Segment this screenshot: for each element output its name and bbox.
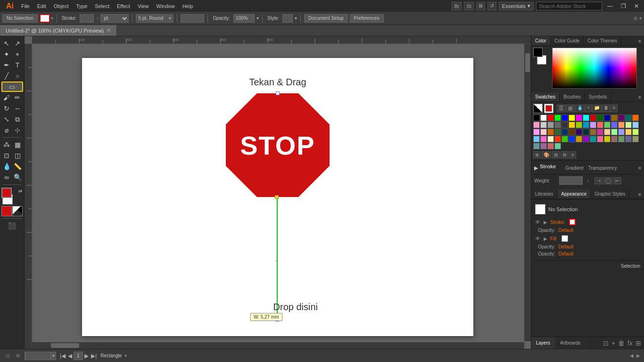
- stock-icon[interactable]: St: [464, 2, 473, 10]
- canvas-options-icon[interactable]: ≡: [634, 15, 637, 22]
- gradient-tab[interactable]: Gradient: [565, 165, 583, 171]
- shape-tool[interactable]: ○: [12, 71, 23, 81]
- swatch-item[interactable]: [632, 122, 639, 128]
- swatch-item[interactable]: [554, 136, 561, 142]
- tab-brushes[interactable]: Brushes: [560, 92, 585, 101]
- swatch-item[interactable]: [590, 122, 596, 128]
- swatch-item[interactable]: [604, 115, 611, 121]
- swatch-item[interactable]: [618, 136, 625, 142]
- reflect-tool[interactable]: ↔: [12, 103, 23, 114]
- swatch-item[interactable]: [540, 115, 547, 121]
- swatch-item[interactable]: [611, 136, 618, 142]
- stroke-width-input[interactable]: [80, 14, 94, 23]
- swatch-add-icon[interactable]: +: [585, 105, 592, 112]
- swatch-item[interactable]: [547, 143, 554, 149]
- swatch-item[interactable]: [597, 136, 603, 142]
- stroke-stepper-up[interactable]: ↑: [96, 15, 99, 22]
- swatch-item[interactable]: [611, 129, 618, 135]
- swatch-item[interactable]: [583, 122, 589, 128]
- swatch-item[interactable]: [569, 136, 575, 142]
- swatch-item[interactable]: [533, 136, 540, 142]
- none-mode-btn[interactable]: [12, 206, 23, 216]
- shear-tool[interactable]: ⧉: [12, 114, 23, 124]
- eraser-tool[interactable]: ◫: [12, 150, 23, 161]
- swatch-item[interactable]: [576, 136, 582, 142]
- fill-visibility-icon[interactable]: 👁: [535, 236, 542, 241]
- arrange-icon[interactable]: ▾: [639, 16, 642, 21]
- new-color-swatch-icon[interactable]: ⊞: [552, 151, 560, 158]
- menu-type[interactable]: Type: [73, 0, 91, 12]
- swatch-item[interactable]: [554, 115, 561, 121]
- swatch-eyedrop-icon[interactable]: 💧: [575, 105, 585, 112]
- color-gradient-canvas[interactable]: [552, 48, 637, 89]
- document-setup-button[interactable]: Document Setup: [304, 14, 348, 23]
- slice-tool[interactable]: ⊡: [1, 150, 12, 161]
- swatch-item[interactable]: [597, 115, 603, 121]
- free-transform-tool[interactable]: ⊹: [12, 125, 23, 135]
- swatch-item[interactable]: [590, 136, 596, 142]
- swatch-item[interactable]: [583, 136, 589, 142]
- swatch-item[interactable]: [554, 129, 561, 135]
- paintbrush-tool[interactable]: 🖌: [1, 92, 12, 103]
- menu-file[interactable]: File: [17, 0, 33, 12]
- variable-width-profile[interactable]: [181, 14, 204, 23]
- white-swatch[interactable]: [544, 104, 553, 113]
- tab-close-button[interactable]: ✕: [107, 27, 111, 33]
- scale-tool[interactable]: ⤡: [1, 114, 12, 124]
- stroke-collapse-arrow[interactable]: ▶: [534, 165, 538, 171]
- type-tool[interactable]: T: [12, 60, 23, 70]
- zoom-tool[interactable]: 🔍: [12, 172, 23, 182]
- lasso-tool[interactable]: ⌖: [12, 49, 23, 59]
- swatch-menu-icon[interactable]: ≡: [611, 105, 618, 112]
- symbol-spray-tool[interactable]: ⁂: [1, 140, 12, 150]
- menu-object[interactable]: Object: [50, 0, 73, 12]
- preferences-button[interactable]: Preferences: [350, 14, 384, 23]
- tab-color[interactable]: Color: [531, 36, 551, 45]
- swatch-item[interactable]: [590, 115, 596, 121]
- v-scroll-thumb[interactable]: [525, 53, 530, 72]
- swatch-item[interactable]: [604, 122, 611, 128]
- swatch-item[interactable]: [533, 143, 540, 149]
- opacity-arrow-icon[interactable]: ▾: [256, 16, 259, 21]
- eyedropper-tool[interactable]: 💧: [1, 161, 12, 172]
- page-input[interactable]: [74, 352, 83, 360]
- canvas-scroll-area[interactable]: Tekan & Drag STOP ×: [32, 44, 523, 341]
- selection-handle-top[interactable]: [276, 91, 280, 95]
- column-graph-tool[interactable]: ▦: [12, 140, 23, 150]
- menu-help[interactable]: Help: [179, 0, 197, 12]
- swatch-item[interactable]: [554, 122, 561, 128]
- menu-window[interactable]: Window: [153, 0, 179, 12]
- swatch-item[interactable]: [540, 129, 547, 135]
- magic-wand-tool[interactable]: ✦: [1, 49, 12, 59]
- maximize-button[interactable]: ❐: [618, 3, 629, 9]
- stroke-expand-icon[interactable]: ▶: [544, 220, 548, 225]
- color-panel-collapse[interactable]: ≡: [636, 37, 644, 45]
- swatch-item[interactable]: [604, 129, 611, 135]
- round-cap-icon[interactable]: ◯: [603, 177, 612, 184]
- swatch-settings-icon[interactable]: ⚙: [561, 151, 569, 158]
- swatch-item[interactable]: [547, 129, 554, 135]
- swatch-item[interactable]: [540, 143, 547, 149]
- search-input[interactable]: [536, 2, 602, 10]
- swatch-folder-icon[interactable]: 📁: [592, 105, 602, 112]
- swatch-item[interactable]: [561, 129, 568, 135]
- fx-icon[interactable]: fx: [627, 339, 633, 347]
- swap-icon[interactable]: ⇄: [18, 189, 22, 194]
- h-scroll-thumb[interactable]: [51, 343, 79, 348]
- stroke-color-swatch[interactable]: [40, 14, 50, 23]
- swatch-item[interactable]: [625, 115, 632, 121]
- menu-effect[interactable]: Effect: [113, 0, 134, 12]
- swatch-item[interactable]: [583, 115, 589, 121]
- swatch-item[interactable]: [554, 143, 561, 149]
- selection-tool[interactable]: ↖: [1, 38, 12, 49]
- swatch-item[interactable]: [540, 122, 547, 128]
- stroke-panel-menu[interactable]: ≡: [638, 165, 641, 171]
- line-tool[interactable]: ╱: [1, 71, 12, 81]
- zoom-input[interactable]: 100%: [25, 352, 51, 360]
- swatch-item[interactable]: [561, 136, 568, 142]
- swatch-item[interactable]: [547, 122, 554, 128]
- stroke-item-swatch[interactable]: [569, 219, 576, 225]
- tab-graphic-styles[interactable]: Graphic Styles: [591, 189, 629, 198]
- swatches-panel-collapse[interactable]: ≡: [636, 93, 644, 101]
- swatch-item[interactable]: [618, 122, 625, 128]
